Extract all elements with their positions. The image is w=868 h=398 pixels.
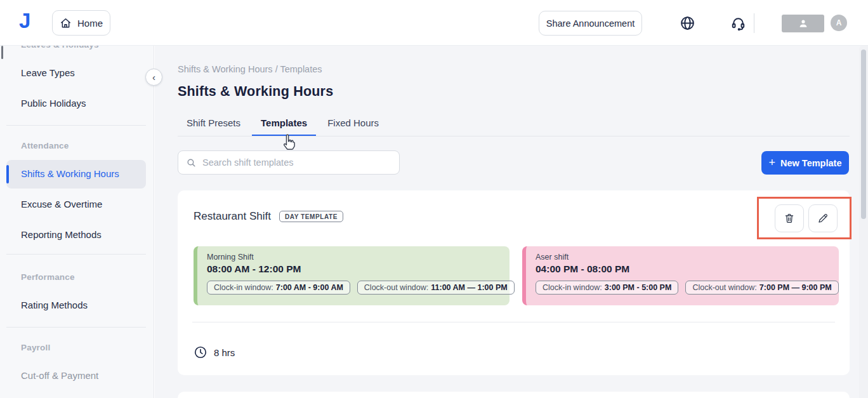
clock-in-window-chip: Clock-in window:7:00 AM - 9:00 AM [207,281,350,295]
shift-windows: Clock-in window:3:00 PM - 5:00 PM Clock-… [536,281,839,295]
plus-icon: + [769,157,776,168]
person-icon [798,18,809,29]
shift-row: Morning Shift 08:00 AM - 12:00 PM Clock-… [194,246,834,305]
sidebar-section-attendance: Attendance [21,141,69,150]
topbar-divider [754,13,754,33]
template-card-header: Restaurant Shift DAY TEMPLATE [194,210,343,223]
tab-fixed-hours[interactable]: Fixed Hours [319,117,388,136]
app-logo[interactable]: J [19,9,30,33]
top-bar: J Home Share Announcement A [0,0,868,46]
shift-time: 04:00 PM - 08:00 PM [536,263,839,275]
clock-icon [194,345,207,359]
template-card: Restaurant Shift DAY TEMPLATE Mo [178,190,850,375]
shift-time: 08:00 AM - 12:00 PM [207,263,510,275]
shift-block-aser[interactable]: Aser shift 04:00 PM - 08:00 PM Clock-in … [522,246,839,305]
tab-shift-presets[interactable]: Shift Presets [178,117,249,136]
sidebar-section-leaves-holidays: Leaves & Holidays [21,46,99,50]
avatar[interactable]: A [831,15,847,31]
card-footer: 8 hrs [194,345,235,359]
trash-icon [784,213,795,224]
avatar-initial: A [836,18,842,27]
sidebar-divider [6,254,146,255]
sidebar-section-performance: Performance [21,272,75,282]
template-name: Restaurant Shift [194,210,271,223]
home-icon [60,17,72,29]
page-title: Shifts & Working Hours [178,84,333,100]
edit-template-button[interactable] [808,204,838,232]
share-announcement-label: Share Announcement [546,18,635,29]
new-template-label: New Template [780,158,841,168]
sidebar-scrollbar-thumb[interactable] [1,46,3,59]
pencil-icon [817,213,829,224]
share-announcement-button[interactable]: Share Announcement [539,11,642,36]
template-actions [775,204,838,232]
chevron-left-icon: ‹ [152,72,155,83]
globe-icon[interactable] [680,15,695,31]
tab-bar: Shift Presets Templates Fixed Hours [178,116,388,136]
home-button[interactable]: Home [52,10,110,36]
sidebar-item-rating-methods[interactable]: Rating Methods [21,300,88,310]
main-content: Shifts & Working Hours / Templates Shift… [155,46,868,398]
tabs-divider [178,136,850,136]
page-scrollbar-thumb[interactable] [861,50,866,219]
sidebar-item-reporting-methods[interactable]: Reporting Methods [21,229,102,240]
sidebar: Leaves & Holidays Leave Types Public Hol… [0,46,154,398]
sidebar-item-shifts-working-hours[interactable]: Shifts & Working Hours [21,168,119,179]
shift-block-morning[interactable]: Morning Shift 08:00 AM - 12:00 PM Clock-… [194,246,510,305]
clock-out-window-chip: Clock-out window:7:00 PM — 9:00 PM [685,281,838,295]
user-name-plate[interactable] [782,15,824,32]
card-divider [192,322,835,322]
delete-template-button[interactable] [775,204,804,232]
sidebar-divider [6,327,146,328]
clock-out-window-chip: Clock-out window:11:00 AM — 1:00 PM [357,281,515,295]
search-icon [186,157,197,168]
tab-templates[interactable]: Templates [252,117,316,136]
breadcrumb: Shifts & Working Hours / Templates [178,64,322,74]
search-input[interactable] [202,157,391,168]
shift-name: Morning Shift [207,253,510,262]
support-headset-icon[interactable] [730,15,746,31]
sidebar-collapse-button[interactable]: ‹ [145,69,162,86]
template-type-badge: DAY TEMPLATE [279,211,343,222]
new-template-button[interactable]: + New Template [761,151,849,175]
page-scrollbar[interactable] [859,46,868,398]
sidebar-item-public-holidays[interactable]: Public Holidays [21,98,86,109]
sidebar-active-item-indicator [6,165,9,183]
sidebar-section-payroll: Payroll [21,343,50,352]
next-template-card-edge [178,392,850,398]
sidebar-divider [6,125,146,126]
clock-in-window-chip: Clock-in window:3:00 PM - 5:00 PM [536,281,678,295]
home-label: Home [77,18,103,29]
total-duration: 8 hrs [214,347,235,358]
sidebar-item-leave-types[interactable]: Leave Types [21,67,75,78]
shift-name: Aser shift [536,253,839,262]
sidebar-item-excuse-overtime[interactable]: Excuse & Overtime [21,199,102,209]
search-box [178,150,400,175]
sidebar-item-cutoff-payment[interactable]: Cut-off & Payment [21,370,98,381]
shift-windows: Clock-in window:7:00 AM - 9:00 AM Clock-… [207,281,510,295]
